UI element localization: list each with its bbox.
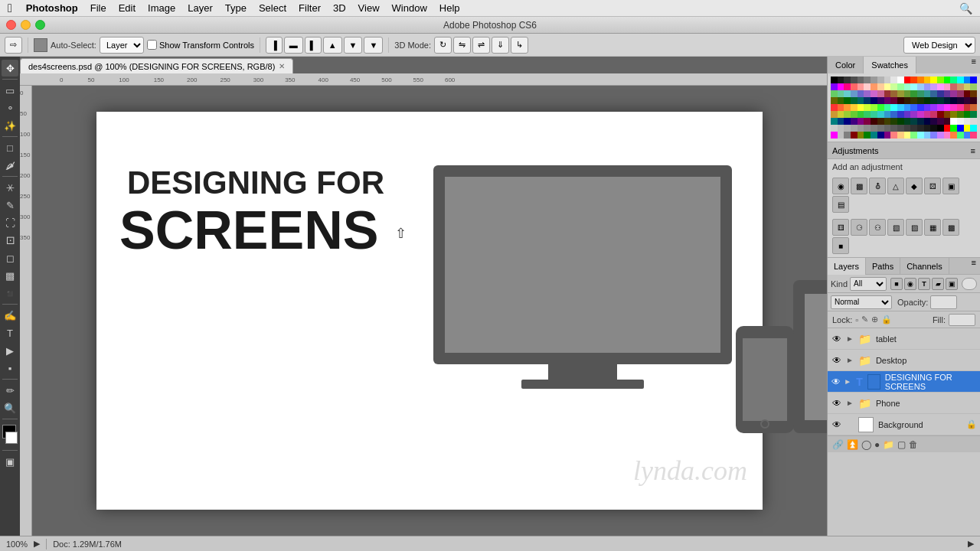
search-icon[interactable]: 🔍 (952, 2, 980, 15)
adj-selective[interactable]: ■ (832, 237, 849, 254)
swatch[interactable] (937, 104, 944, 111)
pen-tool[interactable]: ✍ (2, 307, 18, 324)
apple-menu[interactable]:  (0, 2, 20, 15)
swatch[interactable] (884, 125, 891, 132)
swatch[interactable] (944, 77, 951, 83)
swatch[interactable] (970, 118, 977, 125)
swatch[interactable] (904, 104, 911, 111)
filter-smart-icon[interactable]: ▣ (946, 278, 958, 290)
swatch[interactable] (904, 111, 911, 118)
swatch[interactable] (944, 83, 951, 90)
brush-tool[interactable]: ✎ (2, 197, 18, 214)
swatch[interactable] (917, 111, 924, 118)
menu-image[interactable]: Image (142, 2, 181, 14)
background-color[interactable] (5, 432, 18, 444)
swatch[interactable] (930, 83, 937, 90)
adj-vibrance[interactable]: ◆ (906, 178, 923, 194)
swatch[interactable] (877, 104, 884, 111)
swatch[interactable] (944, 90, 951, 97)
swatch[interactable] (917, 125, 924, 132)
swatch[interactable] (904, 97, 911, 104)
quick-mask-btn[interactable]: ▣ (2, 453, 18, 470)
swatch[interactable] (884, 83, 891, 90)
swatch[interactable] (858, 90, 864, 97)
swatch[interactable] (964, 111, 971, 118)
tab-channels[interactable]: Channels (900, 258, 949, 275)
swatch[interactable] (964, 90, 971, 97)
swatch[interactable] (957, 104, 964, 111)
add-adjustment-btn[interactable]: ● (874, 439, 880, 450)
swatch[interactable] (937, 118, 944, 125)
path-select-tool[interactable]: ▶ (2, 342, 18, 359)
swatch[interactable] (897, 125, 904, 132)
swatch[interactable] (884, 104, 891, 111)
swatch[interactable] (930, 111, 937, 118)
swatch[interactable] (930, 132, 937, 139)
swatch[interactable] (970, 83, 977, 90)
swatch[interactable] (890, 111, 897, 118)
marquee-tool[interactable]: ▭ (2, 82, 18, 99)
swatch[interactable] (831, 104, 838, 111)
swatch[interactable] (944, 132, 951, 139)
swatch[interactable] (864, 83, 871, 90)
swatch[interactable] (844, 97, 851, 104)
swatch[interactable] (844, 83, 851, 90)
heal-tool[interactable]: ⚹ (2, 179, 18, 196)
align-center-h-btn[interactable]: ▬ (284, 37, 303, 54)
swatch[interactable] (924, 77, 931, 83)
swatch[interactable] (884, 77, 891, 83)
eraser-tool[interactable]: ◻ (2, 249, 18, 266)
3d-tool-5[interactable]: ↳ (511, 37, 528, 54)
swatch[interactable] (871, 118, 877, 125)
swatch[interactable] (864, 118, 871, 125)
swatch[interactable] (937, 90, 944, 97)
swatch[interactable] (851, 104, 858, 111)
adj-colorlookup[interactable]: ⚇ (869, 219, 886, 236)
layer-eye-text[interactable]: 👁 (831, 376, 841, 388)
swatch[interactable] (930, 125, 937, 132)
adj-invert[interactable]: ▧ (887, 219, 904, 236)
align-bottom-btn[interactable]: ▼ (364, 37, 383, 54)
swatch[interactable] (884, 118, 891, 125)
layer-eye-phone[interactable]: 👁 (831, 397, 843, 409)
magic-wand-tool[interactable]: ✨ (2, 117, 18, 134)
swatch[interactable] (910, 111, 917, 118)
swatch[interactable] (910, 83, 917, 90)
swatch[interactable] (970, 104, 977, 111)
swatch[interactable] (970, 132, 977, 139)
layer-item-text[interactable]: 👁 ► T DESIGNING FOR SCREENS (828, 371, 980, 393)
swatch[interactable] (970, 111, 977, 118)
swatch[interactable] (957, 97, 964, 104)
fill-input[interactable]: 100% (949, 314, 975, 326)
swatch[interactable] (937, 111, 944, 118)
history-tool[interactable]: ⚀ (2, 232, 18, 249)
layers-filter-select[interactable]: All (850, 277, 887, 291)
swatch[interactable] (884, 90, 891, 97)
swatch[interactable] (890, 118, 897, 125)
swatch[interactable] (924, 104, 931, 111)
adj-bw[interactable]: ▤ (832, 196, 849, 213)
swatch[interactable] (890, 77, 897, 83)
adj-threshold[interactable]: ▦ (924, 219, 941, 236)
align-left-btn[interactable]: ▐ (266, 37, 283, 54)
align-right-btn[interactable]: ▌ (305, 37, 322, 54)
status-icon[interactable]: ▶ (34, 539, 40, 549)
layer-expand-phone[interactable]: ► (846, 399, 854, 407)
new-layer-btn[interactable]: ▢ (897, 439, 906, 450)
swatch[interactable] (838, 132, 844, 139)
opacity-input[interactable]: 100% (930, 295, 957, 309)
swatch[interactable] (838, 83, 844, 90)
adj-channelmixer[interactable]: ⚆ (851, 219, 867, 236)
tab-layers[interactable]: Layers (828, 258, 866, 275)
swatch[interactable] (877, 77, 884, 83)
swatch[interactable] (897, 77, 904, 83)
swatch[interactable] (917, 132, 924, 139)
swatch[interactable] (844, 132, 851, 139)
tab-paths[interactable]: Paths (866, 258, 900, 275)
color-panel-close[interactable]: ≡ (968, 57, 980, 73)
swatch[interactable] (924, 83, 931, 90)
adj-exposure[interactable]: △ (887, 178, 904, 194)
maximize-button[interactable] (35, 20, 45, 30)
swatch[interactable] (864, 104, 871, 111)
swatch[interactable] (884, 132, 891, 139)
